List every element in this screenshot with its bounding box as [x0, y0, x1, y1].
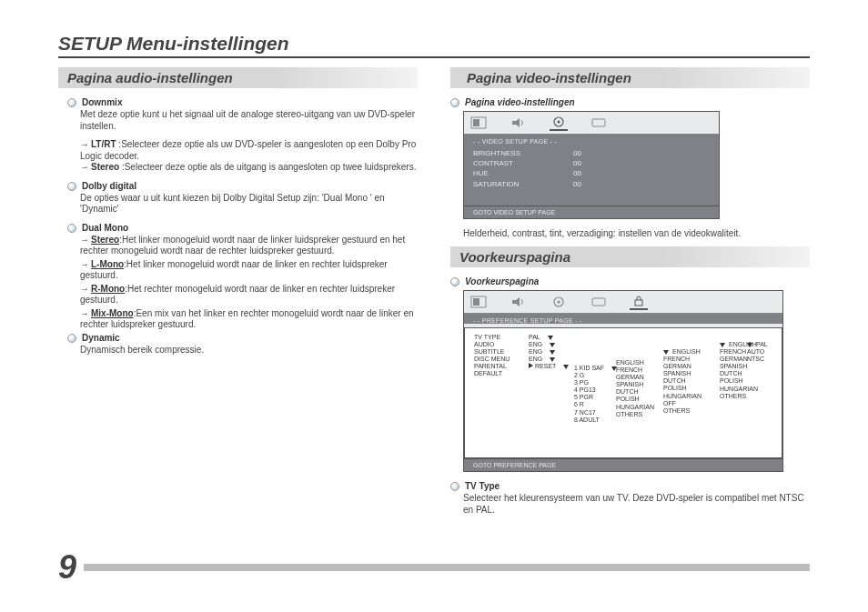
- pref-item: NTSC: [747, 356, 768, 363]
- osd-video-row: SATURATION00: [473, 179, 710, 189]
- pref-item: DUTCH: [616, 388, 654, 396]
- tab-pref-icon: [590, 115, 608, 130]
- label-stereo: Stereo: [91, 162, 119, 172]
- pref-item: ENGLISH: [663, 348, 701, 356]
- label-mixmono: Mix-Mono: [91, 308, 134, 318]
- pref-item: DUTCH: [720, 370, 758, 377]
- tab-general-icon: [469, 115, 488, 130]
- bullet-icon: [67, 182, 76, 191]
- arrow-icon: →: [80, 284, 89, 296]
- section-pref: Voorkeurspagina: [450, 246, 810, 267]
- heading-dolby: Dolby digital: [82, 181, 136, 191]
- pref-item: GERMAN: [616, 374, 654, 381]
- svg-rect-12: [635, 300, 642, 306]
- heading-downmix: Downmix: [82, 97, 122, 107]
- pref-item: SPANISH: [616, 381, 654, 388]
- tab-video-icon: [550, 115, 568, 131]
- svg-marker-8: [512, 297, 520, 306]
- tab-audio-icon: [510, 115, 528, 130]
- col-audio: Pagina audio-instellingen Downmix Met de…: [58, 67, 418, 523]
- heading-dualmono: Dual Mono: [82, 223, 128, 233]
- pref-diagram: TV TYPEAUDIOSUBTITLEDISC MENUPARENTALDEF…: [464, 327, 782, 458]
- label-dm-stereo: Stereo: [91, 235, 119, 245]
- pref-item: AUDIO: [474, 341, 510, 348]
- section-video: Pagina video-instellingen: [450, 67, 810, 88]
- pref-item: SPANISH: [720, 363, 758, 370]
- pref-item: OTHERS: [720, 393, 758, 400]
- pref-item: FRENCH: [616, 366, 654, 374]
- pref-item: POLISH: [720, 377, 758, 385]
- text-dynamic: Dynamisch bereik compressie.: [80, 345, 418, 356]
- label-lmono: L-Mono: [91, 259, 124, 269]
- osd-pref: - - PREFERENCE SETUP PAGE - - TV TYPEAUD…: [463, 290, 783, 472]
- arrow-icon: →: [80, 308, 89, 320]
- section-audio: Pagina audio-instellingen: [58, 67, 418, 88]
- tab-pref-icon: [590, 295, 608, 309]
- page-footer: 9: [58, 548, 810, 587]
- osd-video: - - VIDEO SETUP PAGE - - BRIGHTNESS00CON…: [463, 111, 720, 219]
- heading-tvtype: TV Type: [465, 481, 500, 491]
- pref-item: 5 PGR: [574, 394, 621, 401]
- pref-item: 3 PG: [574, 379, 621, 386]
- label-rmono: R-Mono: [91, 284, 125, 294]
- pref-item: DEFAULT: [474, 370, 510, 377]
- text-tvtype: Selecteer het kleurensysteem van uw TV. …: [463, 493, 810, 516]
- text-ltrt: :Selecteer deze optie als uw DVD-speler …: [80, 139, 416, 161]
- osd-video-row: HUE00: [473, 168, 710, 178]
- sub-video: Pagina video-instellingen: [465, 97, 575, 107]
- pref-item: 7 NC17: [574, 409, 621, 416]
- pref-item: GERMAN: [663, 363, 701, 370]
- pref-item: PAL: [747, 341, 768, 348]
- svg-marker-2: [512, 118, 520, 127]
- text-rmono: :Het rechter monogeluid wordt naar de li…: [80, 284, 395, 306]
- text-dm-stereo: :Het linker monogeluid wordt naar de lin…: [80, 235, 405, 256]
- arrow-icon: →: [80, 139, 89, 151]
- osd-pref-title: - - PREFERENCE SETUP PAGE - -: [473, 317, 773, 324]
- bullet-icon: [450, 277, 459, 286]
- text-dolby: De opties waar u uit kunt kiezen bij Dol…: [80, 193, 418, 216]
- pref-item: AUTO: [747, 348, 768, 356]
- pref-item: ENGLISH: [616, 359, 654, 366]
- page-title: SETUP Menu-instellingen: [58, 33, 810, 58]
- bullet-icon: [450, 482, 459, 491]
- heading-dynamic: Dynamic: [82, 333, 120, 343]
- osd-video-row: CONTRAST00: [473, 158, 710, 168]
- label-ltrt: LT/RT: [91, 139, 116, 149]
- pref-item: HUNGARIAN: [616, 404, 654, 411]
- pref-item: OFF: [663, 400, 701, 407]
- svg-rect-5: [592, 119, 605, 126]
- tab-audio-icon: [510, 295, 528, 309]
- tab-lock-icon: [630, 294, 648, 310]
- footer-bar: [84, 564, 810, 571]
- svg-point-10: [558, 301, 560, 304]
- sub-pref: Voorkeurspagina: [465, 276, 539, 286]
- pref-item: ENG: [529, 356, 572, 363]
- pref-item: 4 PG13: [574, 386, 621, 394]
- pref-item: HUNGARIAN: [720, 386, 758, 393]
- svg-rect-1: [473, 119, 479, 126]
- caption-video: Helderheid, contrast, tint, verzadiging:…: [463, 228, 810, 240]
- svg-rect-7: [473, 298, 479, 306]
- text-downmix-intro: Met deze optie kunt u het signaal uit de…: [80, 109, 418, 132]
- pref-item: OTHERS: [616, 411, 654, 418]
- col-video-pref: Pagina video-instellingen Pagina video-i…: [450, 67, 810, 523]
- osd-video-title: - - VIDEO SETUP PAGE - -: [473, 138, 710, 145]
- pref-item: 2 G: [574, 372, 621, 379]
- osd-tabs: [464, 291, 782, 314]
- text-lmono: :Het linker monogeluid wordt naar de lin…: [80, 259, 388, 281]
- pref-item: SPANISH: [663, 370, 701, 377]
- bullet-icon: [67, 334, 76, 343]
- osd-video-row: BRIGHTNESS00: [473, 148, 710, 158]
- osd-pref-footer: GOTO PREFERENCE PAGE: [464, 458, 782, 471]
- pref-item: PAL: [529, 334, 572, 341]
- pref-item: POLISH: [616, 396, 654, 403]
- pref-item: ENG: [529, 341, 572, 348]
- pref-item: PARENTAL: [474, 363, 510, 370]
- pref-item: HUNGARIAN: [663, 393, 701, 400]
- tab-video-icon: [550, 295, 568, 309]
- tab-general-icon: [469, 295, 488, 309]
- osd-video-footer: GOTO VIDEO SETUP PAGE: [464, 206, 719, 218]
- pref-item: TV TYPE: [474, 334, 510, 341]
- bullet-icon: [67, 224, 76, 233]
- pref-item: DISC MENU: [474, 356, 510, 363]
